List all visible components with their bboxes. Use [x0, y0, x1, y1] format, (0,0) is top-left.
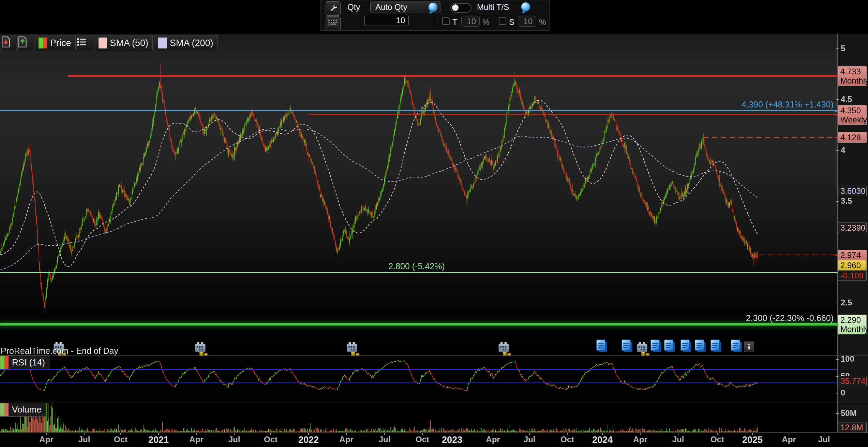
price-tick-4.5-dash	[836, 99, 839, 100]
volume-legend-button[interactable]: Volume	[0, 403, 46, 417]
axis-badge-2.974: 2.974	[838, 250, 867, 260]
axis-level-mark	[835, 111, 838, 112]
rsi-level-line	[0, 383, 837, 383]
level-label-2.29: 2.300 (-22.30% -0.660)	[746, 313, 834, 323]
x-axis-label-Jul: Jul	[228, 435, 240, 444]
axis-badge-3.6030: 3.6030	[838, 186, 867, 196]
price-chart-canvas[interactable]	[0, 34, 837, 355]
dividend-calendar-icon[interactable]	[637, 342, 650, 356]
export-down-button[interactable]	[1, 35, 16, 51]
order-toolbar: Qty Auto Qty Multi T/S T % S %	[320, 0, 550, 31]
price-tick-5-dash	[836, 48, 839, 49]
price-tick-2.5: 2.5	[841, 298, 852, 307]
dividend-calendar-icon[interactable]	[347, 342, 360, 356]
watermark-text: ProRealTime.com - End of Day	[1, 346, 118, 356]
rsi-tick-0-dash	[836, 393, 839, 393]
axis-badge--0.109: -0.109	[838, 270, 867, 281]
x-axis-label-Jul: Jul	[818, 435, 830, 444]
x-axis-label-Oct: Oct	[264, 435, 278, 444]
x-axis-label-Apr: Apr	[339, 435, 353, 444]
list-icon	[77, 38, 87, 48]
price-legend-row: Price SMA (50) SMA (200)	[1, 35, 218, 51]
volume-legend-label: Volume	[12, 404, 42, 415]
qty-input[interactable]	[364, 15, 409, 26]
multi-ts-help-bubble-icon[interactable]	[521, 2, 530, 11]
multi-ts-toggle[interactable]	[450, 3, 472, 13]
qty-label: Qty	[347, 2, 360, 12]
price-level-line-4.35[interactable]	[309, 114, 837, 115]
last-price-cross-marker	[754, 253, 755, 259]
axis-level-mark	[835, 324, 838, 325]
x-axis-label-Jul: Jul	[524, 435, 536, 444]
trading-app-window: Qty Auto Qty Multi T/S T % S %	[0, 0, 868, 447]
keyboard-icon	[328, 19, 338, 28]
take-profit-unit: %	[482, 18, 489, 27]
price-rsi-separator[interactable]	[0, 355, 868, 356]
level-label-2.8: 2.800 (-5.42%)	[388, 261, 445, 271]
import-up-button[interactable]	[17, 35, 33, 51]
axis-level-mark	[835, 76, 838, 77]
price-tick-3.5-dash	[836, 201, 839, 202]
wrench-icon	[329, 3, 338, 14]
x-axis-label-Apr: Apr	[39, 435, 53, 444]
keyboard-button[interactable]	[326, 16, 341, 30]
rsi-tick-100-dash	[836, 359, 839, 360]
news-report-icon[interactable]	[596, 340, 608, 352]
price-level-line-2.8[interactable]	[0, 272, 837, 273]
dividend-calendar-icon[interactable]	[195, 342, 209, 356]
info-icon[interactable]: i	[744, 342, 754, 352]
news-report-icon[interactable]	[731, 340, 743, 352]
axis-badge-4.128: 4.128	[838, 132, 867, 143]
price-level-line-4.733[interactable]	[68, 75, 837, 77]
x-axis-label-Apr: Apr	[782, 435, 796, 444]
price-legend-label: Price	[50, 38, 71, 48]
volume-tick-50m-dash	[836, 413, 839, 414]
x-axis-label-2021: 2021	[148, 435, 169, 445]
price-tick-5: 5	[841, 44, 845, 53]
stop-loss-checkbox[interactable]	[499, 17, 506, 25]
rsi-level-line	[0, 369, 837, 370]
x-axis-label-Apr: Apr	[189, 435, 203, 444]
indicator-list-button[interactable]	[77, 35, 93, 51]
rsi-volume-separator[interactable]	[0, 402, 868, 402]
rsi-tick-100: 100	[841, 354, 854, 364]
auto-qty-help-bubble-icon[interactable]	[429, 3, 437, 12]
axis-badge-4.350: 4.350Weekly	[838, 105, 867, 125]
x-axis-label-Apr: Apr	[633, 435, 647, 444]
rsi-legend-button[interactable]: RSI (14)	[0, 356, 49, 369]
sma50-legend-label: SMA (50)	[110, 38, 149, 48]
dividend-calendar-icon[interactable]	[498, 342, 512, 356]
axis-level-mark	[835, 137, 838, 138]
axis-badge-4.733: 4.733Monthly	[838, 66, 867, 86]
news-report-icon[interactable]	[664, 340, 676, 352]
axis-badge-2.290: 2.290Monthly	[838, 315, 867, 334]
x-axis-label-Jul: Jul	[379, 435, 391, 444]
level-label-4.39: 4.390 (+48.31% +1.430)	[742, 100, 834, 110]
news-report-icon[interactable]	[710, 340, 722, 352]
news-report-icon[interactable]	[650, 340, 662, 352]
stop-loss-input[interactable]	[518, 16, 536, 27]
sma200-legend-button[interactable]: SMA (200)	[154, 35, 218, 51]
auto-qty-button[interactable]: Auto Qty	[370, 1, 440, 13]
axis-badge-12.8M: 12.8M	[838, 422, 867, 433]
news-report-icon[interactable]	[680, 340, 692, 352]
multi-ts-label: Multi T/S	[477, 2, 509, 12]
price-level-line-4.128[interactable]	[703, 137, 837, 138]
volume-chart-canvas[interactable]	[0, 402, 837, 432]
news-report-icon[interactable]	[695, 340, 706, 352]
price-level-line-2.974[interactable]	[750, 255, 837, 255]
rsi-legend-label: RSI (14)	[12, 357, 45, 368]
sma200-legend-label: SMA (200)	[170, 38, 213, 48]
x-axis-label-2023: 2023	[442, 435, 462, 445]
price-level-line-4.39[interactable]	[0, 110, 837, 111]
x-axis-label-Apr: Apr	[486, 435, 500, 444]
price-legend-button[interactable]: Price	[34, 35, 76, 51]
take-profit-input[interactable]	[461, 16, 480, 27]
rsi-chart-canvas[interactable]	[0, 356, 837, 402]
price-tick-4-dash	[836, 150, 839, 151]
tools-wrench-button[interactable]	[326, 1, 341, 16]
news-report-icon[interactable]	[622, 340, 633, 352]
take-profit-checkbox[interactable]	[442, 17, 450, 25]
price-level-line-2.29[interactable]	[0, 323, 837, 326]
sma50-legend-button[interactable]: SMA (50)	[94, 35, 153, 51]
